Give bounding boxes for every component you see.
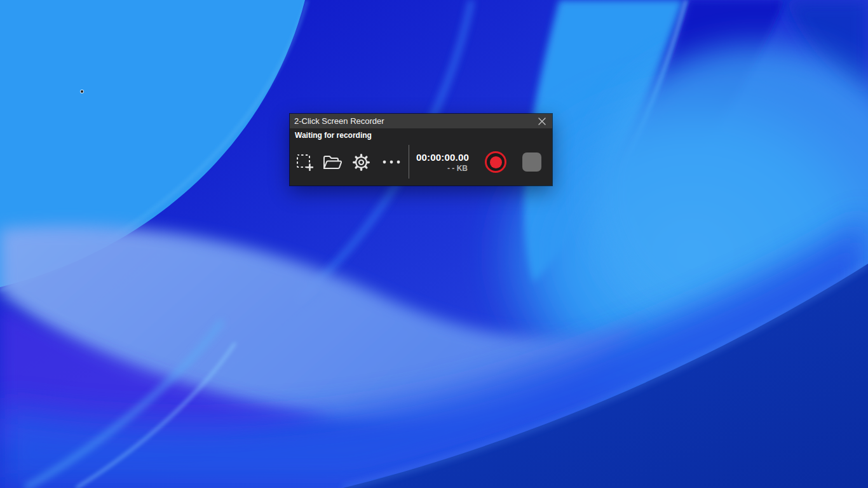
- window-title: 2-Click Screen Recorder: [294, 116, 384, 126]
- status-text: Waiting for recording: [295, 131, 372, 140]
- region-select-button[interactable]: [295, 153, 313, 171]
- titlebar[interactable]: 2-Click Screen Recorder: [290, 114, 552, 128]
- stop-button[interactable]: [522, 152, 541, 172]
- more-options-button[interactable]: [379, 156, 403, 168]
- elapsed-time: 00:00:00.00: [413, 152, 469, 163]
- desktop-wallpaper: [0, 0, 868, 488]
- file-size: - - KB: [413, 164, 469, 173]
- timer-block: 00:00:00.00 - - KB: [413, 152, 469, 173]
- record-circle-icon: [490, 156, 502, 168]
- record-button[interactable]: [485, 151, 506, 173]
- recorder-window: 2-Click Screen Recorder Waiting for reco…: [290, 114, 552, 186]
- mouse-cursor-dot: [81, 90, 83, 93]
- settings-button[interactable]: [351, 152, 370, 172]
- desktop: 2-Click Screen Recorder Waiting for reco…: [0, 0, 868, 488]
- open-folder-icon: [322, 154, 342, 171]
- more-options-icon: [380, 156, 403, 168]
- region-select-icon: [296, 154, 313, 171]
- toolbar-separator: [409, 145, 409, 179]
- close-icon: [538, 117, 546, 126]
- close-button[interactable]: [532, 114, 552, 128]
- open-folder-button[interactable]: [322, 154, 343, 171]
- settings-gear-icon: [352, 153, 370, 172]
